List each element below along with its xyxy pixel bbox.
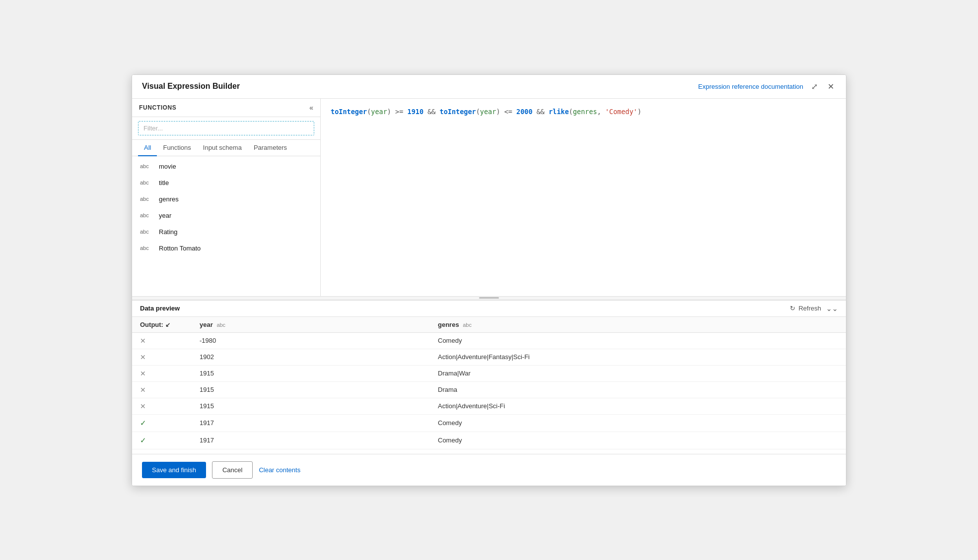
- header-right: Expression reference documentation ⤢ ✕: [698, 81, 836, 92]
- tab-input-schema[interactable]: Input schema: [197, 140, 248, 156]
- dialog-header: Visual Expression Builder Expression ref…: [132, 75, 846, 99]
- data-preview: Data preview ↻ Refresh ⌄⌄ Output: ↙: [132, 300, 846, 454]
- table-row: ✕1915Drama: [132, 381, 846, 398]
- expand-button[interactable]: ⤢: [809, 81, 820, 92]
- type-badge: abc: [140, 180, 154, 186]
- genres-cell: Drama|War: [430, 365, 846, 381]
- preview-table-wrap: Output: ↙ year abc genres abc ✕-1980Come…: [132, 317, 846, 454]
- table-row: ✕-1980Comedy: [132, 332, 846, 349]
- table-row: ✕1902Action|Adventure|Fantasy|Sci-Fi: [132, 349, 846, 365]
- expression-editor[interactable]: toInteger(year) >= 1910 && toInteger(yea…: [321, 99, 846, 296]
- schema-name: title: [159, 179, 169, 187]
- panel-header: FUNCTIONS «: [132, 99, 320, 117]
- schema-name: Rating: [159, 228, 178, 236]
- year-cell: 1915: [192, 398, 430, 414]
- schema-item[interactable]: abcRotton Tomato: [132, 240, 320, 256]
- col-header-output: Output: ↙: [132, 317, 192, 333]
- dialog-footer: Save and finish Cancel Clear contents: [132, 454, 846, 486]
- left-panel: FUNCTIONS « All Functions Input schema P…: [132, 99, 321, 296]
- cross-icon: ✕: [140, 370, 146, 377]
- cross-icon: ✕: [140, 386, 146, 394]
- refresh-icon: ↻: [790, 305, 795, 312]
- type-badge: abc: [140, 163, 154, 169]
- type-badge: abc: [140, 245, 154, 251]
- dialog-title: Visual Expression Builder: [142, 82, 240, 91]
- type-badge: abc: [140, 229, 154, 235]
- cross-icon: ✕: [140, 402, 146, 410]
- schema-item[interactable]: abcRating: [132, 224, 320, 240]
- genres-cell: Comedy: [430, 332, 846, 349]
- year-cell: 1917: [192, 414, 430, 432]
- clear-contents-button[interactable]: Clear contents: [259, 466, 300, 474]
- schema-name: year: [159, 212, 171, 219]
- schema-name: movie: [159, 163, 176, 170]
- type-badge: abc: [140, 196, 154, 202]
- output-cell: ✕: [132, 398, 192, 414]
- filter-input-wrap: [132, 117, 320, 140]
- genres-cell: Comedy: [430, 414, 846, 432]
- col-header-genres: genres abc: [430, 317, 846, 333]
- tabs: All Functions Input schema Parameters: [132, 140, 320, 156]
- resize-divider[interactable]: [132, 296, 846, 300]
- table-row: ✓1917Comedy: [132, 432, 846, 449]
- collapse-panel-button[interactable]: «: [309, 104, 313, 112]
- genres-cell: Comedy: [430, 432, 846, 449]
- right-panel: toInteger(year) >= 1910 && toInteger(yea…: [321, 99, 846, 296]
- collapse-preview-button[interactable]: ⌄⌄: [826, 305, 838, 312]
- close-button[interactable]: ✕: [826, 81, 836, 92]
- schema-item[interactable]: abcmovie: [132, 158, 320, 175]
- preview-actions: ↻ Refresh ⌄⌄: [790, 305, 838, 312]
- save-finish-button[interactable]: Save and finish: [142, 462, 206, 478]
- table-row: ✓1917Comedy: [132, 414, 846, 432]
- tab-functions[interactable]: Functions: [157, 140, 197, 156]
- cancel-button[interactable]: Cancel: [212, 461, 253, 479]
- preview-table-body: ✕-1980Comedy✕1902Action|Adventure|Fantas…: [132, 332, 846, 449]
- schema-item[interactable]: abctitle: [132, 175, 320, 191]
- main-area: FUNCTIONS « All Functions Input schema P…: [132, 99, 846, 296]
- schema-list: abcmovieabctitleabcgenresabcyearabcRatin…: [132, 156, 320, 296]
- filter-input[interactable]: [138, 121, 314, 135]
- tab-all[interactable]: All: [138, 140, 157, 156]
- table-header-row: Output: ↙ year abc genres abc: [132, 317, 846, 333]
- year-type: abc: [216, 322, 225, 328]
- output-cell: ✓: [132, 414, 192, 432]
- schema-item[interactable]: abcyear: [132, 207, 320, 224]
- type-badge: abc: [140, 212, 154, 218]
- check-icon: ✓: [140, 436, 146, 444]
- table-row: ✕1915Action|Adventure|Sci-Fi: [132, 398, 846, 414]
- year-cell: 1917: [192, 432, 430, 449]
- output-cell: ✕: [132, 365, 192, 381]
- schema-name: genres: [159, 195, 179, 203]
- tab-parameters[interactable]: Parameters: [248, 140, 293, 156]
- schema-name: Rotton Tomato: [159, 245, 201, 252]
- check-icon: ✓: [140, 419, 146, 427]
- genres-type: abc: [463, 322, 472, 328]
- year-cell: 1902: [192, 349, 430, 365]
- output-cell: ✕: [132, 349, 192, 365]
- preview-table: Output: ↙ year abc genres abc ✕-1980Come…: [132, 317, 846, 449]
- genres-cell: Drama: [430, 381, 846, 398]
- divider-handle: [479, 297, 499, 299]
- preview-header: Data preview ↻ Refresh ⌄⌄: [132, 301, 846, 317]
- year-cell: -1980: [192, 332, 430, 349]
- preview-title: Data preview: [140, 305, 180, 312]
- genres-cell: Action|Adventure|Fantasy|Sci-Fi: [430, 349, 846, 365]
- doc-link[interactable]: Expression reference documentation: [698, 83, 803, 90]
- col-header-year: year abc: [192, 317, 430, 333]
- visual-expression-builder-dialog: Visual Expression Builder Expression ref…: [132, 74, 846, 486]
- output-cell: ✕: [132, 332, 192, 349]
- refresh-button[interactable]: ↻ Refresh: [790, 305, 821, 312]
- output-icon: ↙: [165, 321, 170, 328]
- table-row: ✕1915Drama|War: [132, 365, 846, 381]
- output-cell: ✕: [132, 381, 192, 398]
- panel-title: FUNCTIONS: [139, 104, 176, 111]
- year-cell: 1915: [192, 365, 430, 381]
- cross-icon: ✕: [140, 337, 146, 345]
- output-cell: ✓: [132, 432, 192, 449]
- cross-icon: ✕: [140, 353, 146, 361]
- schema-item[interactable]: abcgenres: [132, 191, 320, 207]
- genres-cell: Action|Adventure|Sci-Fi: [430, 398, 846, 414]
- refresh-label: Refresh: [798, 305, 821, 312]
- year-cell: 1915: [192, 381, 430, 398]
